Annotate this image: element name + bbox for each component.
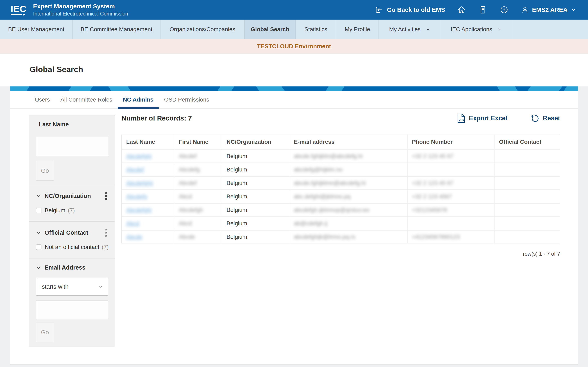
help-icon[interactable]: ? (499, 5, 509, 15)
last-name-link[interactable]: Abcdef (126, 166, 144, 173)
last-name-link[interactable]: Abcdefg (126, 193, 147, 200)
user-icon (521, 6, 529, 14)
table-header-row: Last Name First Name NC/Organization E-m… (122, 135, 560, 150)
column-header-nc-organization: NC/Organization (222, 135, 290, 150)
iec-logo[interactable]: IEC (11, 4, 26, 15)
official-contact-cell (494, 217, 560, 231)
content-card: Users All Committee Roles NC Admins OSD … (10, 86, 578, 365)
last-name-link[interactable]: Abcd (126, 220, 139, 226)
results-table: Last Name First Name NC/Organization E-m… (121, 134, 560, 243)
filter-option-row: Belgium (7) (36, 207, 75, 214)
iec-logo-text: IEC (11, 4, 26, 13)
email-cell: abcde.fghijklmn@abcdefg.hi (294, 180, 366, 186)
option-label: Belgium (45, 207, 65, 214)
nav-tab-label: Organizations/Companies (169, 26, 235, 33)
table-row: Abcdefg Abcd Belgium abc.defghi@jklmno.p… (122, 190, 560, 204)
table-row: Abcdefghij Abcdef Belgium abcde.fghijklm… (122, 177, 560, 190)
phone-cell: +32 2 123 45 67 (412, 153, 453, 159)
email-address-filter-label: Email Address (44, 264, 85, 271)
first-name-cell: Abcdef (179, 153, 197, 159)
email-address-input[interactable] (36, 300, 108, 319)
nav-tab-label: BE User Management (8, 26, 64, 33)
not-official-contact-checkbox[interactable] (36, 244, 42, 250)
email-operator-value: starts with (42, 284, 69, 290)
last-name-input[interactable] (36, 137, 108, 156)
filter-panel: Last Name Go NC/Organization Belgium (7) (29, 115, 115, 347)
organization-cell: Belgium (227, 153, 247, 159)
environment-banner: TESTCLOUD Environment (0, 39, 588, 54)
collapse-chevron-icon[interactable] (35, 265, 42, 271)
option-count: (7) (102, 244, 109, 250)
collapse-chevron-icon[interactable] (35, 193, 42, 199)
email-go-button[interactable]: Go (36, 323, 54, 342)
nav-tab-my-activities[interactable]: My Activities (379, 20, 441, 39)
organization-cell: Belgium (227, 166, 247, 173)
filter-option-row: Not an official contact (7) (36, 244, 109, 250)
reset-button[interactable]: Reset (530, 114, 560, 123)
last-name-link[interactable]: Abcdefghi (126, 153, 152, 159)
results-header: Number of Records: 7 XLS Export Excel (121, 110, 560, 126)
official-contact-cell (494, 204, 560, 217)
list-icon[interactable] (478, 5, 488, 15)
nav-tab-iec-applications[interactable]: IEC Applications (441, 20, 512, 39)
option-count: (7) (68, 207, 75, 214)
records-count: Number of Records: 7 (121, 114, 192, 122)
column-header-phone: Phone Number (407, 135, 495, 150)
app-subtitle: International Electrotechnical Commissio… (33, 11, 128, 17)
chevron-down-icon (425, 27, 430, 32)
search-tabs: Users All Committee Roles NC Admins OSD … (10, 91, 578, 109)
iec-logo-bar (11, 14, 22, 15)
nc-organization-section-header: NC/Organization (35, 191, 107, 201)
organization-cell: Belgium (227, 234, 247, 240)
official-contact-section-header: Official Contact (35, 228, 107, 237)
email-cell: abcdefgh.ijklmnop@qrstuv.wx (294, 207, 369, 213)
header-actions: Go Back to old EMS ? (374, 5, 588, 15)
nav-tab-be-committee-management[interactable]: BE Committee Management (73, 20, 160, 39)
first-name-cell: Abcd (179, 193, 192, 200)
nav-tab-label: My Profile (345, 26, 370, 33)
last-name-link[interactable]: Abcdefghi (126, 207, 152, 213)
nav-tab-my-profile[interactable]: My Profile (336, 20, 379, 39)
chevron-down-icon (571, 7, 577, 13)
collapse-chevron-icon[interactable] (35, 230, 42, 236)
export-excel-button[interactable]: XLS Export Excel (457, 114, 507, 123)
kebab-menu-icon[interactable] (104, 228, 107, 237)
nav-tab-organizations-companies[interactable]: Organizations/Companies (160, 20, 245, 39)
home-icon[interactable] (457, 5, 466, 15)
nav-tab-label: Global Search (251, 26, 289, 33)
user-menu[interactable]: EMS2 AREA (521, 6, 577, 14)
table-row: Abcdef Abcdefg Belgium abcdefg@hijklm.no (122, 163, 560, 177)
svg-text:?: ? (503, 8, 506, 12)
last-name-link[interactable]: Abcde (126, 234, 142, 240)
kebab-menu-icon[interactable] (104, 191, 107, 201)
reset-icon (530, 114, 539, 123)
nav-tab-global-search[interactable]: Global Search (245, 20, 296, 39)
last-name-link[interactable]: Abcdefghij (126, 180, 153, 186)
main-nav: BE User Management BE Committee Manageme… (0, 20, 588, 39)
organization-cell: Belgium (227, 207, 247, 213)
tab-osd-permissions[interactable]: OSD Permissions (159, 91, 215, 108)
official-contact-cell (494, 190, 560, 204)
nav-tab-statistics[interactable]: Statistics (296, 20, 336, 39)
column-header-last-name: Last Name (122, 135, 174, 150)
phone-cell: +3212345678 (412, 207, 447, 213)
organization-cell: Belgium (227, 180, 247, 186)
column-header-email: E-mail address (289, 135, 407, 150)
nav-tab-label: Statistics (304, 26, 327, 33)
decorative-stripe (10, 86, 578, 91)
phone-cell: +32 2 123 45 67 (412, 180, 453, 186)
belgium-checkbox[interactable] (36, 208, 42, 213)
last-name-go-button[interactable]: Go (36, 161, 54, 181)
official-contact-cell (494, 150, 560, 163)
chevron-down-icon (497, 27, 502, 32)
first-name-cell: Abcdef (179, 180, 197, 186)
official-contact-cell (494, 163, 560, 177)
go-back-to-old-ems-button[interactable]: Go Back to old EMS (374, 5, 445, 15)
tab-users[interactable]: Users (30, 91, 55, 108)
nav-tab-be-user-management[interactable]: BE User Management (0, 20, 73, 39)
tab-nc-admins[interactable]: NC Admins (118, 91, 159, 108)
reset-label: Reset (543, 115, 560, 122)
svg-text:XLS: XLS (459, 119, 464, 122)
tab-all-committee-roles[interactable]: All Committee Roles (55, 91, 118, 108)
email-operator-select[interactable]: starts with (36, 278, 108, 296)
